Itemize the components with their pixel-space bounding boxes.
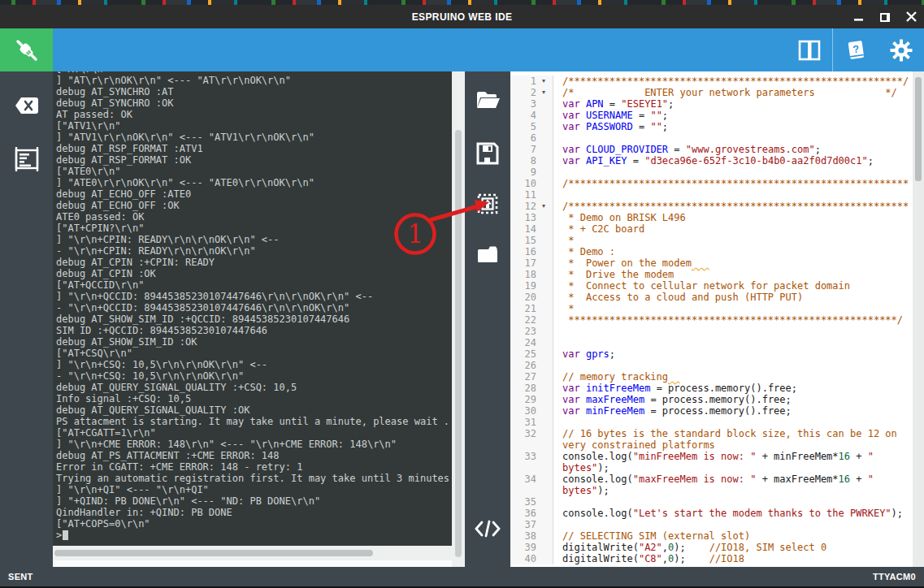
terminal-line: debug AT_RSP_FORMAT :ATV1: [56, 143, 449, 154]
code-line-text: var maxFreeMem = process.memory().free;: [553, 394, 913, 405]
fold-arrow-icon[interactable]: ▾: [536, 87, 551, 98]
code-line-text: ​: [553, 417, 913, 428]
terminal-console-button[interactable]: [0, 136, 53, 182]
line-number[interactable]: 37: [510, 519, 536, 530]
line-number[interactable]: 12: [510, 201, 536, 212]
help-button[interactable]: ?: [833, 28, 878, 71]
code-token: * + C2C board: [562, 223, 644, 235]
close-button[interactable]: [904, 11, 917, 24]
fold-gutter-empty: [536, 519, 551, 530]
line-number[interactable]: 11: [510, 189, 536, 201]
fold-gutter-empty: [536, 553, 551, 564]
line-number[interactable]: 4: [510, 110, 536, 121]
code-token: =: [633, 121, 651, 132]
line-number[interactable]: 33: [510, 451, 536, 473]
code-token: ;: [662, 121, 668, 132]
line-number[interactable]: 13: [510, 212, 536, 223]
line-number[interactable]: 38: [510, 530, 536, 542]
line-number[interactable]: 21: [510, 303, 536, 314]
clear-terminal-button[interactable]: [0, 83, 53, 128]
line-number[interactable]: 29: [510, 394, 536, 405]
terminal-panel[interactable]: ["AT\r\n"] "AT\r\r\nOK\r\n" <--- "AT\r\r…: [53, 71, 452, 546]
line-number[interactable]: 2: [510, 87, 536, 98]
terminal-vertical-scrollbar-thumb[interactable]: [455, 130, 462, 557]
line-number[interactable]: 35: [510, 496, 536, 508]
line-number[interactable]: 3: [510, 98, 536, 110]
line-number[interactable]: 8: [510, 155, 536, 166]
line-number[interactable]: 31: [510, 417, 536, 428]
maximize-button[interactable]: [878, 11, 891, 24]
terminal-line: ] "ATV1\r\r\nOK\r\n" <--- "ATV1\r\r\nOK\…: [56, 132, 449, 143]
line-number[interactable]: 15: [510, 235, 536, 246]
line-number[interactable]: 20: [510, 292, 536, 303]
line-number[interactable]: 28: [510, 383, 536, 394]
code-line-text: ****************************************…: [553, 314, 913, 326]
code-snippets-button[interactable]: [465, 505, 510, 552]
editor-line: 6​: [510, 132, 913, 144]
line-number[interactable]: 10: [510, 178, 536, 189]
split-view-button[interactable]: [787, 28, 832, 71]
line-number[interactable]: 18: [510, 269, 536, 280]
line-number[interactable]: 34: [510, 473, 536, 496]
code-line-text: var initFreeMem = process.memory().free;: [553, 383, 913, 394]
code-token: "A2": [639, 542, 662, 553]
terminal-line: ] "\r\n+CSQ: 10,5\r\n\r\nOK\r\n" <--: [56, 359, 449, 370]
fold-arrow-icon[interactable]: ▾: [536, 201, 551, 212]
line-number[interactable]: 19: [510, 280, 536, 292]
line-number[interactable]: 17: [510, 257, 536, 269]
code-token: = process.memory().free;: [644, 405, 792, 417]
line-number[interactable]: 40: [510, 553, 536, 564]
editor-vertical-scrollbar-thumb[interactable]: [915, 77, 922, 181]
connect-button[interactable]: [0, 28, 53, 71]
editor-gutter: 12▾: [510, 201, 553, 212]
code-token: = process.memory().free;: [644, 394, 792, 405]
line-number[interactable]: 7: [510, 144, 536, 155]
settings-button[interactable]: [878, 28, 924, 71]
line-number[interactable]: 36: [510, 508, 536, 519]
line-number[interactable]: 32: [510, 428, 536, 451]
line-number[interactable]: 39: [510, 542, 536, 553]
terminal-line: ] "+QIND: PB DONE\r\n" <--- "ND: PB DONE…: [56, 495, 449, 507]
code-token: /***************************************…: [562, 201, 909, 212]
fold-gutter-empty: [536, 360, 551, 371]
left-sidebar: [0, 71, 53, 567]
line-number[interactable]: 1: [510, 76, 536, 87]
editor-gutter: 32: [510, 428, 553, 451]
code-editor[interactable]: 1▾/*************************************…: [510, 71, 913, 567]
line-number[interactable]: 30: [510, 405, 536, 417]
terminal-line: Error in CGATT: +CME ERROR: 148 - retry:…: [56, 461, 449, 473]
open-file-button[interactable]: [465, 76, 510, 123]
terminal-horizontal-scrollbar-thumb[interactable]: [54, 550, 373, 556]
editor-line: 5var PASSWORD = "";: [510, 121, 913, 132]
code-token: var: [562, 383, 580, 394]
fold-arrow-icon[interactable]: ▾: [536, 76, 551, 87]
code-token: CLOUD_PROVIDER: [586, 144, 668, 155]
save-file-button[interactable]: [465, 130, 510, 177]
line-number[interactable]: 26: [510, 360, 536, 371]
line-number[interactable]: 22: [510, 314, 536, 326]
code-line-text: ​: [553, 496, 913, 508]
code-token: ;: [609, 348, 615, 360]
settings-gear-icon: [889, 38, 913, 63]
line-number[interactable]: 5: [510, 121, 536, 132]
minimize-button[interactable]: [852, 11, 865, 24]
line-number[interactable]: 24: [510, 337, 536, 348]
code-token: ,: [662, 553, 668, 564]
line-number[interactable]: 25: [510, 348, 536, 360]
line-number[interactable]: 6: [510, 132, 536, 144]
code-line-text: * + C2C board: [553, 223, 913, 235]
terminal-line: - "\r\n+QCCID: 89445385230107447646\r\n\…: [56, 302, 449, 313]
storage-folder-button[interactable]: [465, 231, 510, 278]
editor-gutter: 15: [510, 235, 553, 246]
line-number[interactable]: 27: [510, 371, 536, 383]
line-number[interactable]: 16: [510, 246, 536, 257]
terminal-line: debug AT_ECHO_OFF :ATE0: [56, 188, 449, 200]
line-number[interactable]: 14: [510, 223, 536, 235]
editor-gutter: 22: [510, 314, 553, 326]
line-number[interactable]: 23: [510, 326, 536, 337]
code-snippets-icon: [474, 518, 501, 539]
terminal-console-icon: [12, 146, 41, 172]
terminal-line: AT passed: OK: [56, 109, 449, 120]
line-number[interactable]: 9: [510, 166, 536, 178]
upload-flash-button[interactable]: [465, 180, 510, 227]
